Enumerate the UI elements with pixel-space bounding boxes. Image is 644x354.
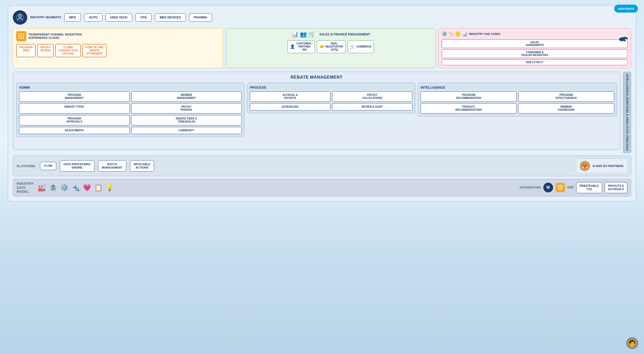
platform-batch[interactable]: BATCHMANAGEMENT xyxy=(98,160,126,172)
iuc-panel: ⚙️ 🏷️ 🪙 📊 INDUSTRY USE CASES SALESAGREEM… xyxy=(438,28,631,68)
iuc-b2b-loyalty[interactable]: B2B LOYALTY xyxy=(442,59,628,65)
idm-factory-icon: 🏭 xyxy=(38,184,46,192)
iuc-consumer-dealer[interactable]: CONSUMER &DEALER INCENTIVES xyxy=(442,49,628,58)
panels-row: TRANSPARENT CHANNEL INCENTIVES(EXPERIENC… xyxy=(13,28,631,68)
tci-panel: TRANSPARENT CHANNEL INCENTIVES(EXPERIENC… xyxy=(13,28,223,68)
iuc-gear-icon: ⚙️ xyxy=(442,31,447,37)
process-grid: ACCRUAL &PAYOUTS PAYOUTCALCULATIONS SCHE… xyxy=(250,91,412,110)
tci-program-view[interactable]: PROGRAMVIEW xyxy=(16,44,36,57)
intelligence-section: INTELLIGENCE PROGRAMRECOMMENDATION PROGR… xyxy=(418,83,617,116)
main-container: INDUSTRY SEGMENTS MFG AUTO HIGH TECH CPG… xyxy=(8,5,636,202)
intel-program-eff[interactable]: PROGRAMEFFECTIVENESS xyxy=(518,91,614,102)
iuc-pills: SALESAGREEMENTS CONSUMER &DEALER INCENTI… xyxy=(442,39,628,65)
platform-flow[interactable]: FLOW xyxy=(40,162,56,170)
sfe-deal-label: DEALNEGOTIATION(CPQ) xyxy=(326,42,343,51)
iuc-icons: ⚙️ 🏷️ 🪙 📊 xyxy=(442,31,467,37)
iuc-coupon-icon: 🏷️ xyxy=(448,31,454,37)
platform-data-processing[interactable]: DATA PROCESSINGENGINE xyxy=(60,160,94,172)
process-review-audit[interactable]: REVIEW & AUDIT xyxy=(332,103,413,110)
iuc-coin-icon: 🪙 xyxy=(455,31,461,37)
segment-meddevices[interactable]: MED DEVICES xyxy=(155,13,186,22)
partner-box: 🦊 SI AND ISV PARTNERS xyxy=(576,159,627,173)
sfe-pills: 👤 CUSTOMER /PARTNER360 🤝 DEALNEGOTIATION… xyxy=(229,40,433,53)
admin-rebate-types[interactable]: REBATE TYPES xyxy=(19,103,130,114)
idm-lightbulb-icon: 💡 xyxy=(106,184,114,192)
process-section: PROCESS ACCRUAL &PAYOUTS PAYOUTCALCULATI… xyxy=(247,83,415,113)
sfe-people-icon: 👥 xyxy=(300,31,307,38)
intelligence-grid: PROGRAMRECOMMENDATION PROGRAMEFFECTIVENE… xyxy=(421,91,614,114)
admin-adjustments[interactable]: ADJUSTMENTS xyxy=(19,127,130,134)
admin-rebate-tiers[interactable]: REBATE TIERS &THRESHOLDS xyxy=(131,115,242,125)
intel-program-rec[interactable]: PROGRAMRECOMMENDATION xyxy=(421,91,517,102)
salesforce-logo: salesforce xyxy=(614,5,638,13)
tci-pills: PROGRAMVIEW PAYOUTREVIEW CLAIMS(TRANSACT… xyxy=(16,44,220,57)
iuc-title: INDUSTRY USE CASES xyxy=(469,32,500,35)
partner-avatar: 🦊 xyxy=(580,161,590,171)
admin-program-management[interactable]: PROGRAMMANAGEMENT xyxy=(19,91,130,102)
rebate-container: REBATE MANAGEMENT ADMIN PROGRAMMANAGEMEN… xyxy=(13,72,620,150)
sfe-title: SALES & FINANCE ENGAGEMENT xyxy=(319,33,370,36)
idm-list-icon: 📋 xyxy=(94,184,102,192)
admin-title: ADMIN xyxy=(19,86,242,89)
sfe-commerce-icon: 🛒 xyxy=(350,44,355,49)
integration-label: INTEGRATION xyxy=(520,186,541,189)
sfe-customer-label: CUSTOMER /PARTNER360 xyxy=(296,42,312,51)
sfe-panel: 📊 👥 🛒 SALES & FINANCE ENGAGEMENT 👤 CUSTO… xyxy=(226,28,436,68)
integration-erp: ERP xyxy=(567,186,574,189)
integration-payouts[interactable]: PAYOUTS &ACCRUALS xyxy=(605,182,627,193)
tci-payout-review[interactable]: PAYOUTREVIEW xyxy=(37,44,54,57)
idm-gear-icon: ⚙️ xyxy=(60,184,69,192)
sfe-chart-icon: 📊 xyxy=(291,31,298,38)
platform-label: PLATFORM xyxy=(17,164,35,168)
iuc-chart-icon: 📊 xyxy=(462,31,467,37)
rebate-inner: ADMIN PROGRAMMANAGEMENT MEMBERMANAGEMENT… xyxy=(16,83,617,137)
process-payout-calc[interactable]: PAYOUTCALCULATIONS xyxy=(332,91,413,102)
segment-hightech[interactable]: HIGH TECH xyxy=(106,13,132,22)
sfe-deal-negotiation[interactable]: 🤝 DEALNEGOTIATION(CPQ) xyxy=(317,40,346,53)
sfe-commerce[interactable]: 🛒 COMMERCE xyxy=(348,40,374,53)
admin-member-management[interactable]: MEMBERMANAGEMENT xyxy=(131,91,242,102)
platform-row: PLATFORM FLOW DATA PROCESSINGENGINE BATC… xyxy=(13,156,631,176)
rebate-title: REBATE MANAGEMENT xyxy=(16,75,617,80)
bird-icon xyxy=(618,36,629,44)
tci-point-in-time[interactable]: POINT IN TIMEREBATEATTAINMENT xyxy=(82,44,107,57)
rebate-outer: REBATE MANAGEMENT ADMIN PROGRAMMANAGEMEN… xyxy=(13,72,631,153)
idm-bank-icon: 🏦 xyxy=(49,184,57,192)
idm-disc-icon: 🔩 xyxy=(72,184,80,192)
tci-claims[interactable]: CLAIMS(TRANSACTIONUPLOAD) xyxy=(55,44,81,57)
process-accrual[interactable]: ACCRUAL &PAYOUTS xyxy=(250,91,330,102)
sfe-cart-icon: 🛒 xyxy=(308,31,315,38)
admin-section: ADMIN PROGRAMMANAGEMENT MEMBERMANAGEMENT… xyxy=(16,83,244,137)
admin-program-approvals[interactable]: PROGRAMAPPROVALS xyxy=(19,115,130,125)
svg-point-1 xyxy=(20,15,21,16)
idm-heart-icon: 💗 xyxy=(83,184,91,192)
sfe-customer-icon: 👤 xyxy=(290,44,295,49)
sfe-deal-icon: 🤝 xyxy=(319,44,324,49)
user-avatar-bottom: 🧑 xyxy=(627,338,638,349)
intelligence-title: INTELLIGENCE xyxy=(421,86,614,89)
admin-payout-periods[interactable]: PAYOUTPERIODS xyxy=(131,103,242,114)
segment-mfg[interactable]: MFG xyxy=(64,13,81,22)
partner-text: SI AND ISV PARTNERS xyxy=(593,164,623,167)
tci-title: TRANSPARENT CHANNEL INCENTIVES(EXPERIENC… xyxy=(29,33,82,40)
integration-mulesoft-icon: M xyxy=(543,183,553,192)
idm-row: INDUSTRYDATAMODEL 🏭 🏦 ⚙️ 🔩 💗 📋 💡 INTEGRA… xyxy=(13,179,631,197)
segment-pharma[interactable]: PHARMA xyxy=(189,13,212,22)
right-analytics-bar: INTELLIGENCE (EINSTEIN) & ANALYTICS (TAB… xyxy=(623,72,631,153)
iuc-sales-agreements[interactable]: SALESAGREEMENTS xyxy=(442,39,628,48)
process-scheduling[interactable]: SCHEDULING xyxy=(250,103,330,110)
intel-member-dash[interactable]: MEMBERDASHBOARD xyxy=(518,103,614,114)
integration-plus-icon xyxy=(556,183,565,192)
process-title: PROCESS xyxy=(250,86,412,89)
platform-invocable[interactable]: INVOCABLEACTIONS xyxy=(130,160,154,172)
industry-segments-row: INDUSTRY SEGMENTS MFG AUTO HIGH TECH CPG… xyxy=(13,10,631,25)
intel-product-rec[interactable]: PRODUCTRECOMMENDATIONS xyxy=(421,103,517,114)
segment-cpg[interactable]: CPG xyxy=(135,13,152,22)
segment-auto[interactable]: AUTO xyxy=(84,13,102,22)
industry-segments-label: INDUSTRY SEGMENTS xyxy=(30,16,61,19)
integration-rebateable[interactable]: REBATEABLETXS xyxy=(576,182,602,193)
admin-community[interactable]: COMMUNITY xyxy=(131,127,242,134)
right-bar-text: INTELLIGENCE (EINSTEIN) & ANALYTICS (TAB… xyxy=(626,74,629,151)
sfe-customer-partner[interactable]: 👤 CUSTOMER /PARTNER360 xyxy=(288,40,315,53)
industry-segments-icon xyxy=(13,10,27,25)
